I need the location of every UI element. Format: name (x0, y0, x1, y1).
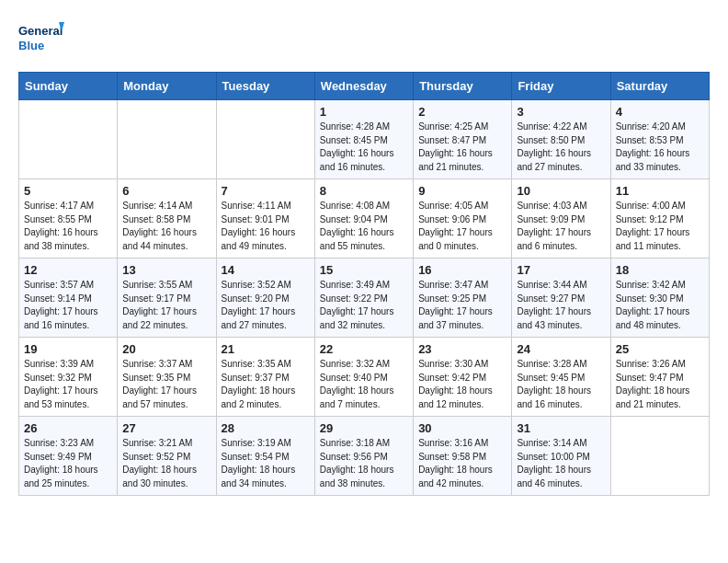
calendar-day-22: 22Sunrise: 3:32 AMSunset: 9:40 PMDayligh… (314, 338, 413, 417)
svg-text:General: General (18, 24, 63, 38)
day-number: 12 (24, 263, 112, 277)
day-info: Sunrise: 4:05 AMSunset: 9:06 PMDaylight:… (418, 200, 506, 253)
calendar-day-12: 12Sunrise: 3:57 AMSunset: 9:14 PMDayligh… (19, 259, 118, 338)
calendar-week-row: 5Sunrise: 4:17 AMSunset: 8:55 PMDaylight… (19, 179, 710, 259)
day-number: 15 (320, 263, 408, 277)
day-info: Sunrise: 4:03 AMSunset: 9:09 PMDaylight:… (517, 200, 605, 253)
calendar-day-17: 17Sunrise: 3:44 AMSunset: 9:27 PMDayligh… (512, 259, 610, 338)
calendar-day-19: 19Sunrise: 3:39 AMSunset: 9:32 PMDayligh… (19, 338, 118, 417)
day-number: 10 (517, 184, 605, 198)
day-info: Sunrise: 3:16 AMSunset: 9:58 PMDaylight:… (418, 437, 506, 490)
day-number: 23 (418, 342, 506, 356)
page-header: General Blue (18, 18, 710, 57)
calendar-day-20: 20Sunrise: 3:37 AMSunset: 9:35 PMDayligh… (118, 338, 216, 417)
day-info: Sunrise: 3:32 AMSunset: 9:40 PMDaylight:… (320, 358, 408, 411)
calendar-day-15: 15Sunrise: 3:49 AMSunset: 9:22 PMDayligh… (314, 259, 413, 338)
weekday-header-monday: Monday (118, 73, 216, 100)
day-info: Sunrise: 3:49 AMSunset: 9:22 PMDaylight:… (320, 279, 408, 332)
calendar-day-24: 24Sunrise: 3:28 AMSunset: 9:45 PMDayligh… (512, 338, 610, 417)
calendar-day-25: 25Sunrise: 3:26 AMSunset: 9:47 PMDayligh… (610, 338, 709, 417)
calendar-day-3: 3Sunrise: 4:22 AMSunset: 8:50 PMDaylight… (512, 100, 610, 179)
weekday-header-thursday: Thursday (414, 73, 512, 100)
day-info: Sunrise: 3:26 AMSunset: 9:47 PMDaylight:… (616, 358, 704, 411)
day-info: Sunrise: 4:14 AMSunset: 8:58 PMDaylight:… (122, 200, 210, 253)
calendar-table: SundayMondayTuesdayWednesdayThursdayFrid… (18, 72, 710, 496)
calendar-day-1: 1Sunrise: 4:28 AMSunset: 8:45 PMDaylight… (314, 100, 413, 179)
calendar-day-31: 31Sunrise: 3:14 AMSunset: 10:00 PMDaylig… (512, 417, 610, 496)
weekday-header-wednesday: Wednesday (314, 73, 413, 100)
calendar-day-4: 4Sunrise: 4:20 AMSunset: 8:53 PMDaylight… (610, 100, 709, 179)
day-number: 9 (418, 184, 506, 198)
calendar-day-11: 11Sunrise: 4:00 AMSunset: 9:12 PMDayligh… (610, 179, 709, 259)
calendar-empty-cell (216, 100, 314, 179)
calendar-day-16: 16Sunrise: 3:47 AMSunset: 9:25 PMDayligh… (414, 259, 512, 338)
day-info: Sunrise: 3:21 AMSunset: 9:52 PMDaylight:… (122, 437, 210, 490)
calendar-day-27: 27Sunrise: 3:21 AMSunset: 9:52 PMDayligh… (118, 417, 216, 496)
logo-svg: General Blue (18, 18, 64, 57)
day-number: 8 (320, 184, 408, 198)
day-number: 27 (122, 421, 210, 435)
day-number: 31 (517, 421, 605, 435)
day-number: 3 (517, 105, 605, 119)
day-info: Sunrise: 4:20 AMSunset: 8:53 PMDaylight:… (616, 121, 704, 174)
day-number: 7 (222, 184, 310, 198)
calendar-empty-cell (610, 417, 709, 496)
calendar-day-14: 14Sunrise: 3:52 AMSunset: 9:20 PMDayligh… (216, 259, 314, 338)
calendar-day-5: 5Sunrise: 4:17 AMSunset: 8:55 PMDaylight… (19, 179, 118, 259)
day-info: Sunrise: 3:44 AMSunset: 9:27 PMDaylight:… (517, 279, 605, 332)
day-info: Sunrise: 3:23 AMSunset: 9:49 PMDaylight:… (24, 437, 112, 490)
calendar-empty-cell (19, 100, 118, 179)
day-info: Sunrise: 3:57 AMSunset: 9:14 PMDaylight:… (24, 279, 112, 332)
day-number: 21 (222, 342, 310, 356)
day-info: Sunrise: 3:47 AMSunset: 9:25 PMDaylight:… (418, 279, 506, 332)
calendar-day-10: 10Sunrise: 4:03 AMSunset: 9:09 PMDayligh… (512, 179, 610, 259)
day-number: 28 (222, 421, 310, 435)
calendar-week-row: 19Sunrise: 3:39 AMSunset: 9:32 PMDayligh… (19, 338, 710, 417)
day-info: Sunrise: 4:11 AMSunset: 9:01 PMDaylight:… (222, 200, 310, 253)
calendar-day-21: 21Sunrise: 3:35 AMSunset: 9:37 PMDayligh… (216, 338, 314, 417)
day-info: Sunrise: 4:08 AMSunset: 9:04 PMDaylight:… (320, 200, 408, 253)
calendar-week-row: 12Sunrise: 3:57 AMSunset: 9:14 PMDayligh… (19, 259, 710, 338)
day-info: Sunrise: 3:37 AMSunset: 9:35 PMDaylight:… (122, 358, 210, 411)
day-info: Sunrise: 3:42 AMSunset: 9:30 PMDaylight:… (616, 279, 704, 332)
day-number: 25 (616, 342, 704, 356)
day-info: Sunrise: 3:39 AMSunset: 9:32 PMDaylight:… (24, 358, 112, 411)
day-info: Sunrise: 4:17 AMSunset: 8:55 PMDaylight:… (24, 200, 112, 253)
day-info: Sunrise: 4:25 AMSunset: 8:47 PMDaylight:… (418, 121, 506, 174)
day-info: Sunrise: 4:00 AMSunset: 9:12 PMDaylight:… (616, 200, 704, 253)
day-number: 13 (122, 263, 210, 277)
day-info: Sunrise: 4:28 AMSunset: 8:45 PMDaylight:… (320, 121, 408, 174)
calendar-day-23: 23Sunrise: 3:30 AMSunset: 9:42 PMDayligh… (414, 338, 512, 417)
day-number: 30 (418, 421, 506, 435)
day-info: Sunrise: 4:22 AMSunset: 8:50 PMDaylight:… (517, 121, 605, 174)
calendar-day-29: 29Sunrise: 3:18 AMSunset: 9:56 PMDayligh… (314, 417, 413, 496)
weekday-header-row: SundayMondayTuesdayWednesdayThursdayFrid… (19, 73, 710, 100)
day-number: 4 (616, 105, 704, 119)
day-number: 19 (24, 342, 112, 356)
day-number: 24 (517, 342, 605, 356)
day-number: 1 (320, 105, 408, 119)
day-number: 20 (122, 342, 210, 356)
day-number: 26 (24, 421, 112, 435)
weekday-header-tuesday: Tuesday (216, 73, 314, 100)
calendar-day-13: 13Sunrise: 3:55 AMSunset: 9:17 PMDayligh… (118, 259, 216, 338)
calendar-empty-cell (118, 100, 216, 179)
day-info: Sunrise: 3:28 AMSunset: 9:45 PMDaylight:… (517, 358, 605, 411)
day-info: Sunrise: 3:18 AMSunset: 9:56 PMDaylight:… (320, 437, 408, 490)
day-info: Sunrise: 3:14 AMSunset: 10:00 PMDaylight… (517, 437, 605, 490)
calendar-day-8: 8Sunrise: 4:08 AMSunset: 9:04 PMDaylight… (314, 179, 413, 259)
day-number: 29 (320, 421, 408, 435)
day-number: 11 (616, 184, 704, 198)
day-number: 18 (616, 263, 704, 277)
svg-text:Blue: Blue (18, 39, 44, 52)
calendar-day-18: 18Sunrise: 3:42 AMSunset: 9:30 PMDayligh… (610, 259, 709, 338)
day-number: 17 (517, 263, 605, 277)
calendar-day-7: 7Sunrise: 4:11 AMSunset: 9:01 PMDaylight… (216, 179, 314, 259)
calendar-day-6: 6Sunrise: 4:14 AMSunset: 8:58 PMDaylight… (118, 179, 216, 259)
day-number: 5 (24, 184, 112, 198)
day-info: Sunrise: 3:55 AMSunset: 9:17 PMDaylight:… (122, 279, 210, 332)
day-number: 16 (418, 263, 506, 277)
calendar-day-28: 28Sunrise: 3:19 AMSunset: 9:54 PMDayligh… (216, 417, 314, 496)
day-info: Sunrise: 3:35 AMSunset: 9:37 PMDaylight:… (222, 358, 310, 411)
logo: General Blue (18, 18, 64, 57)
